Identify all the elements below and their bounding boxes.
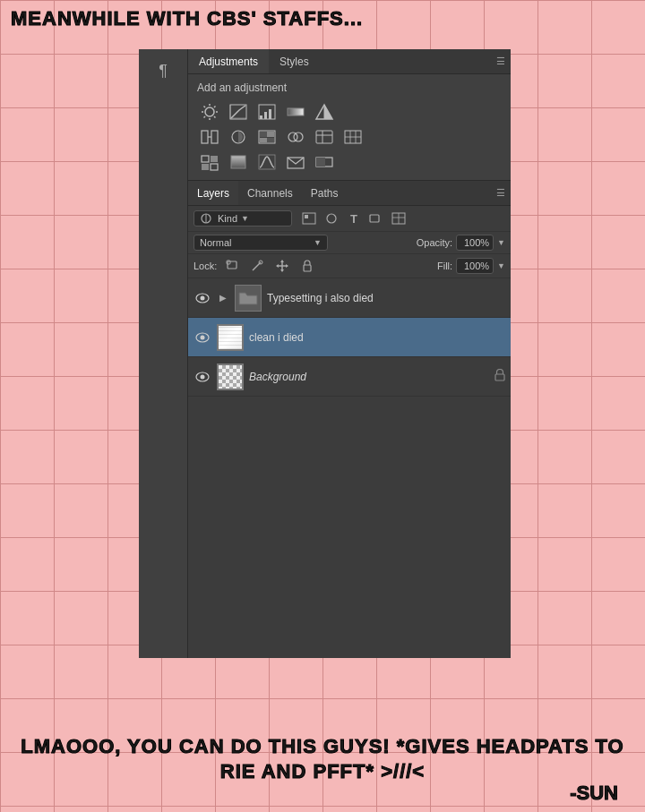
svg-point-29 (288, 132, 297, 141)
layer-locked-icon (494, 369, 505, 384)
channel-mixer-icon[interactable] (283, 126, 308, 148)
svg-marker-65 (286, 264, 288, 268)
invert-icon[interactable] (312, 101, 337, 123)
selective-color-icon[interactable] (254, 126, 280, 148)
opacity-section: Opacity: 100% ▼ (417, 235, 505, 251)
adj-icons-row-1 (188, 99, 511, 124)
adj-menu-icon[interactable]: ☰ (496, 56, 505, 67)
lock-pixels-icon[interactable] (222, 257, 242, 275)
brightness-icon[interactable] (197, 101, 222, 123)
svg-rect-31 (316, 131, 332, 143)
layers-menu-icon[interactable]: ☰ (496, 187, 505, 199)
lock-move-icon[interactable] (272, 257, 292, 275)
curves-icon[interactable] (226, 101, 251, 123)
layer-item[interactable]: clean i died (188, 318, 511, 357)
tab-paths[interactable]: Paths (302, 181, 348, 205)
kind-shape-icon[interactable] (366, 209, 386, 227)
levels-icon[interactable] (254, 101, 280, 123)
tab-channels[interactable]: Channels (238, 181, 302, 205)
kind-circle-icon[interactable] (322, 209, 341, 227)
svg-rect-21 (211, 131, 218, 143)
layer-thumb (217, 324, 244, 351)
adjustments-tab-bar: Adjustments Styles ☰ (188, 49, 511, 74)
svg-point-72 (201, 374, 205, 379)
svg-rect-39 (211, 156, 218, 162)
color-balance-icon[interactable] (197, 126, 222, 148)
adj-icons-row-2 (188, 124, 511, 150)
layer-visibility-icon[interactable] (194, 289, 211, 307)
layer-thumb (217, 363, 244, 390)
svg-rect-40 (202, 164, 209, 170)
layer-name: Typesetting i also died (267, 292, 505, 304)
layer-item[interactable]: Background (188, 357, 511, 397)
svg-rect-16 (288, 108, 304, 115)
ps-sidebar: ¶ (139, 49, 188, 658)
svg-rect-56 (228, 261, 236, 269)
lock-label: Lock: (194, 261, 217, 271)
svg-rect-42 (231, 156, 245, 168)
gradient-fill-icon[interactable] (226, 151, 251, 173)
svg-line-5 (204, 107, 206, 108)
blend-mode-label: Normal (200, 237, 231, 248)
svg-point-68 (201, 295, 205, 300)
layer-name: Background (249, 371, 489, 383)
add-adjustment-label: Add an adjustment (188, 74, 511, 99)
svg-rect-52 (370, 215, 379, 222)
posterize-icon[interactable] (340, 126, 366, 148)
layer-item[interactable]: ▶ Typesetting i also died (188, 278, 511, 318)
opacity-label: Opacity: (417, 237, 452, 248)
layer-list: ▶ Typesetting i also died clean i died (188, 278, 511, 658)
kind-dropdown-arrow: ▼ (241, 214, 249, 223)
threshold-icon[interactable] (312, 151, 337, 173)
kind-type-icon[interactable]: T (344, 209, 364, 227)
svg-rect-38 (202, 156, 209, 162)
svg-marker-62 (280, 260, 284, 262)
tab-styles[interactable]: Styles (269, 49, 320, 73)
layer-folder-thumb (235, 285, 262, 312)
adjustments-section: Adjustments Styles ☰ Add an adjustment (188, 49, 511, 181)
svg-rect-50 (305, 215, 308, 218)
mail-icon[interactable] (283, 151, 308, 173)
lock-all-icon[interactable] (297, 257, 317, 275)
layer-expand-icon[interactable]: ▶ (217, 292, 229, 304)
blend-mode-select[interactable]: Normal ▼ (194, 235, 328, 251)
opacity-arrow[interactable]: ▼ (497, 238, 505, 247)
tab-adjustments[interactable]: Adjustments (188, 49, 269, 73)
layer-kind-select[interactable]: Kind ▼ (194, 210, 292, 227)
kind-smart-icon[interactable] (389, 209, 408, 227)
pattern-icon[interactable] (197, 151, 222, 173)
svg-rect-25 (260, 132, 267, 137)
kind-label: Kind (218, 213, 237, 224)
layer-visibility-icon[interactable] (194, 329, 211, 346)
layers-tab-bar: Layers Channels Paths ☰ (188, 181, 511, 206)
svg-rect-27 (260, 138, 267, 142)
svg-rect-14 (264, 112, 267, 119)
svg-rect-66 (304, 265, 311, 271)
curves2-icon[interactable] (254, 151, 280, 173)
fill-section: Fill: 100% ▼ (437, 258, 505, 274)
color-lookup-icon[interactable] (312, 126, 337, 148)
opacity-value[interactable]: 100% (456, 235, 494, 251)
svg-rect-26 (267, 132, 274, 137)
layers-section: Layers Channels Paths ☰ Kind ▼ T (188, 181, 511, 658)
svg-marker-64 (276, 264, 279, 268)
fill-arrow[interactable]: ▼ (497, 261, 505, 270)
svg-rect-15 (269, 109, 271, 119)
svg-point-51 (327, 214, 336, 223)
layer-blend-row: Normal ▼ Opacity: 100% ▼ (188, 232, 511, 254)
kind-pixel-icon[interactable] (299, 209, 319, 227)
lock-brush-icon[interactable] (247, 257, 267, 275)
svg-rect-20 (202, 131, 208, 143)
sidebar-paragraph-icon[interactable]: ¶ (149, 56, 177, 85)
hue-saturation-icon[interactable] (226, 126, 251, 148)
gradient-map-icon[interactable] (283, 101, 308, 123)
tab-layers[interactable]: Layers (188, 181, 238, 205)
fill-value[interactable]: 100% (456, 258, 494, 274)
layer-lock-row: Lock: Fill: 100% ▼ (188, 254, 511, 278)
svg-rect-73 (495, 374, 504, 380)
layer-name: clean i died (249, 331, 505, 344)
layer-kind-icons: T (299, 209, 408, 227)
top-text: MEANWHILE WITH CBS' STAFFS... (11, 7, 363, 30)
blend-dropdown-arrow: ▼ (314, 238, 322, 247)
layer-visibility-icon[interactable] (194, 368, 211, 386)
